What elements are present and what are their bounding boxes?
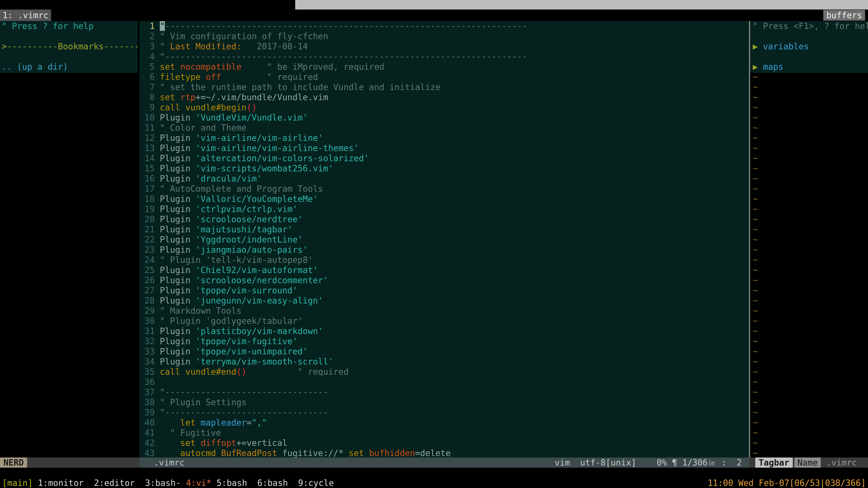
editor-line[interactable]: 27Plugin 'tpope/vim-surround' — [140, 285, 749, 295]
editor-line[interactable]: 33Plugin 'tpope/vim-unimpaired' — [140, 346, 749, 356]
editor-line[interactable]: 28Plugin 'junegunn/vim-easy-align' — [140, 295, 749, 306]
editor-line[interactable]: 31Plugin 'plasticboy/vim-markdown' — [140, 326, 749, 336]
editor-line[interactable]: 2" Vim configuration of fly-cfchen — [140, 31, 749, 41]
nerdtree-statusline: NERD — [0, 457, 140, 468]
editor-line[interactable]: 43 autocmd BufReadPost fugitive://* set … — [140, 448, 749, 457]
nerdtree-line[interactable]: .. (up a dir) — [0, 62, 138, 72]
code-text: Plugin 'dracula/vim' — [155, 173, 262, 184]
tmux-windows[interactable]: 1:monitor 2:editor 3:bash- — [38, 478, 186, 488]
tagbar-line[interactable]: ▶ variables — [753, 41, 868, 52]
editor-line[interactable]: 1"--------------------------------------… — [140, 21, 749, 31]
editor-line[interactable]: 9call vundle#begin() — [140, 102, 749, 112]
editor-line[interactable]: 29" Markdown Tools — [140, 306, 749, 316]
line-number: 21 — [140, 224, 155, 234]
nerdtree-panel[interactable]: " Press ? for help>----------Bookmarks--… — [0, 21, 138, 457]
empty-line-tilde: ~ — [753, 265, 868, 275]
line-number: 23 — [140, 245, 155, 255]
editor-line[interactable]: 32Plugin 'tpope/vim-fugitive' — [140, 336, 749, 346]
editor-panel[interactable]: 1"--------------------------------------… — [140, 21, 749, 457]
editor-line[interactable]: 24" Plugin 'tell-k/vim-autopep8' — [140, 255, 749, 265]
editor-line[interactable]: 10Plugin 'VundleVim/Vundle.vim' — [140, 112, 749, 123]
editor-line[interactable]: 38" Plugin Settings — [140, 397, 749, 407]
code-text: " Plugin 'tell-k/vim-autopep8' — [155, 255, 313, 265]
editor-line[interactable]: 20Plugin 'scrooloose/nerdtree' — [140, 214, 749, 224]
editor-line[interactable]: 37"-------------------------------- — [140, 387, 749, 397]
tmux-window-list: [main] 1:monitor 2:editor 3:bash- 4:vi* … — [2, 478, 334, 488]
editor-line[interactable]: 42 set diffopt+=vertical — [140, 438, 749, 448]
tab-vimrc[interactable]: 1: .vimrc — [0, 9, 51, 21]
tagbar-statusline-file: .vimrc — [826, 457, 857, 468]
line-number: 19 — [140, 204, 155, 214]
editor-line[interactable]: 22Plugin 'Yggdroot/indentLine' — [140, 234, 749, 245]
editor-line[interactable]: 18Plugin 'Valloric/YouCompleteMe' — [140, 194, 749, 204]
empty-line-tilde: ~ — [753, 173, 868, 184]
editor-line[interactable]: 19Plugin 'ctrlpvim/ctrlp.vim' — [140, 204, 749, 214]
statusline-filename: .vimrc — [154, 458, 185, 467]
code-text: Plugin 'vim-airline/vim-airline' — [155, 133, 323, 143]
line-number: 32 — [140, 336, 155, 346]
editor-line[interactable]: 25Plugin 'Chiel92/vim-autoformat' — [140, 265, 749, 275]
editor-line[interactable]: 12Plugin 'vim-airline/vim-airline' — [140, 133, 749, 143]
tagbar-panel[interactable]: " Press <F1>, ? for help▶ variables▶ map… — [750, 21, 868, 457]
code-text: Plugin 'jiangmiao/auto-pairs' — [155, 245, 308, 255]
empty-line-tilde: ~ — [753, 112, 868, 123]
code-text: " Last Modified: 2017-08-14 — [155, 41, 308, 52]
code-text: Plugin 'tpope/vim-fugitive' — [155, 336, 298, 346]
editor-line[interactable]: 6filetype off " required — [140, 72, 749, 82]
code-text: " Plugin Settings — [155, 397, 246, 407]
code-text: set diffopt+=vertical — [155, 438, 287, 448]
editor-line[interactable]: 8set rtp+=~/.vim/bundle/Vundle.vim — [140, 92, 749, 102]
editor-line[interactable]: 21Plugin 'majutsushi/tagbar' — [140, 224, 749, 234]
cursor: " — [160, 21, 165, 31]
empty-line-tilde: ~ — [753, 336, 868, 346]
empty-line-tilde: ~ — [753, 326, 868, 336]
editor-line[interactable]: 30" Plugin 'godlygeek/tabular' — [140, 316, 749, 326]
editor-line[interactable]: 17" AutoComplete and Program Tools — [140, 184, 749, 194]
editor-line[interactable]: 3" Last Modified: 2017-08-14 — [140, 41, 749, 52]
editor-line[interactable]: 13Plugin 'vim-airline/vim-airline-themes… — [140, 143, 749, 153]
editor-line[interactable]: 34Plugin 'terryma/vim-smooth-scroll' — [140, 356, 749, 367]
tabline-fill — [51, 9, 824, 21]
tagbar-line[interactable]: " Press <F1>, ? for help — [753, 21, 868, 31]
line-number: 35 — [140, 367, 155, 377]
nerdtree-line[interactable]: >----------Bookmarks---------- — [0, 41, 138, 52]
tagbar-line[interactable]: ▶ maps — [753, 62, 868, 72]
empty-line-tilde: ~ — [753, 428, 868, 438]
editor-line[interactable]: 35call vundle#end() " required — [140, 367, 749, 377]
empty-line-tilde: ~ — [753, 255, 868, 265]
tmux-windows[interactable]: 5:bash 6:bash 9:cycle — [211, 478, 334, 488]
code-text: Plugin 'tpope/vim-surround' — [155, 285, 298, 295]
editor-line[interactable]: 40 let mapleader="," — [140, 418, 749, 428]
editor-line[interactable]: 39"-------------------------------- — [140, 407, 749, 418]
tagbar-blank-line — [753, 52, 868, 62]
buffers-label[interactable]: buffers — [823, 10, 865, 21]
editor-line[interactable]: 41 " Fugitive — [140, 428, 749, 438]
line-number: 18 — [140, 194, 155, 204]
code-text: Plugin 'terryma/vim-smooth-scroll' — [155, 356, 333, 367]
editor-line[interactable]: 4"--------------------------------------… — [140, 52, 749, 62]
editor-line[interactable]: 26Plugin 'scrooloose/nerdcommenter' — [140, 275, 749, 285]
code-text: " Color and Theme — [155, 123, 246, 133]
editor-line[interactable]: 36 — [140, 377, 749, 387]
tmux-current-window[interactable]: 4:vi* — [186, 478, 211, 488]
line-number: 1 — [140, 21, 155, 31]
code-text: Plugin 'vim-scripts/wombat256.vim' — [155, 163, 333, 173]
code-text: " Fugitive — [155, 428, 221, 438]
nerdtree-line-text: >----------Bookmarks---------- — [2, 41, 138, 51]
editor-line[interactable]: 7" set the runtime path to include Vundl… — [140, 82, 749, 92]
nerdtree-statusline-badge: NERD — [0, 457, 27, 468]
editor-line[interactable]: 16Plugin 'dracula/vim' — [140, 173, 749, 184]
editor-line[interactable]: 23Plugin 'jiangmiao/auto-pairs' — [140, 245, 749, 255]
empty-line-tilde: ~ — [753, 133, 868, 143]
editor-line[interactable]: 14Plugin 'altercation/vim-colors-solariz… — [140, 153, 749, 163]
code-text: filetype off " required — [155, 72, 318, 82]
line-number: 28 — [140, 295, 155, 306]
empty-line-tilde: ~ — [753, 123, 868, 133]
vertical-split-left[interactable] — [138, 21, 140, 457]
editor-line[interactable]: 5set nocompatible " be iMproved, require… — [140, 62, 749, 72]
nerdtree-line[interactable]: " Press ? for help — [0, 21, 138, 31]
editor-line[interactable]: 15Plugin 'vim-scripts/wombat256.vim' — [140, 163, 749, 173]
empty-line-tilde: ~ — [753, 92, 868, 102]
tagbar-blank-line — [753, 31, 868, 41]
editor-line[interactable]: 11" Color and Theme — [140, 123, 749, 133]
